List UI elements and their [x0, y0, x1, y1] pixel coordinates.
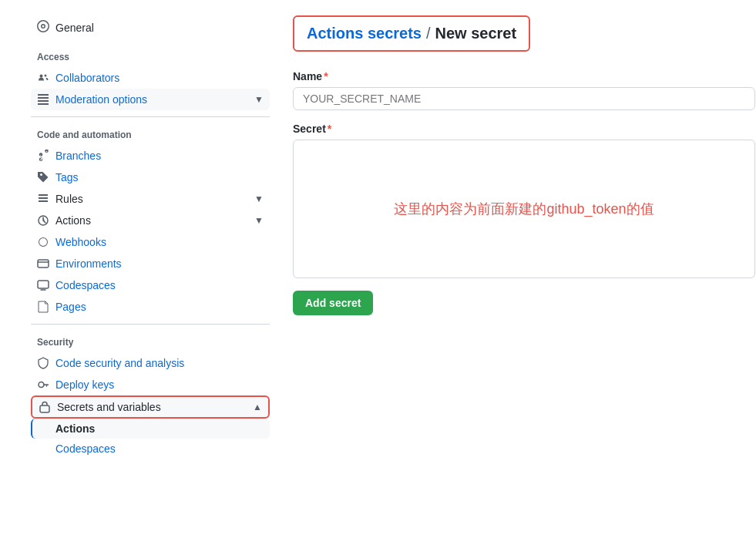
svg-rect-2 — [38, 281, 49, 288]
sidebar-general-label: General — [55, 22, 94, 34]
secret-label: Secret* — [293, 123, 755, 135]
sidebar-pages-label: Pages — [55, 301, 264, 313]
moderation-icon — [37, 93, 49, 106]
secret-icon — [39, 401, 51, 413]
moderation-chevron: ▼ — [254, 94, 264, 105]
sidebar-environments-label: Environments — [55, 257, 264, 270]
actions-chevron: ▼ — [254, 215, 264, 226]
sidebar-collaborators-label: Collaborators — [55, 72, 264, 84]
sidebar-subitem-actions-label: Actions — [55, 422, 95, 435]
sidebar-item-rules[interactable]: Rules ▼ — [31, 188, 270, 210]
sidebar-subitem-actions[interactable]: Actions — [31, 419, 270, 439]
breadcrumb-separator: / — [426, 25, 431, 42]
sidebar-item-deploy-keys[interactable]: Deploy keys — [31, 374, 270, 395]
webhook-icon — [37, 236, 49, 248]
secret-form-group: Secret* 这里的内容为前面新建的github_token的值 — [293, 123, 755, 278]
page-header: Actions secrets / New secret — [293, 15, 530, 52]
sidebar-moderation-label: Moderation options — [55, 93, 248, 106]
secret-hint-text: 这里的内容为前面新建的github_token的值 — [394, 200, 654, 218]
sidebar-item-branches[interactable]: Branches — [31, 145, 270, 167]
sidebar-item-general[interactable]: General — [31, 15, 270, 39]
sidebar-tags-label: Tags — [55, 171, 264, 183]
sidebar-section-security: Security — [31, 337, 270, 348]
pages-icon — [37, 301, 49, 313]
actions-icon — [37, 214, 49, 227]
people-icon — [37, 72, 49, 84]
branch-icon — [37, 150, 49, 162]
sidebar-item-codespaces[interactable]: Codespaces — [31, 274, 270, 296]
name-input[interactable] — [293, 87, 755, 110]
sidebar-actions-label: Actions — [55, 214, 248, 227]
gear-icon — [37, 20, 49, 35]
sidebar-item-code-security[interactable]: Code security and analysis — [31, 352, 270, 374]
sidebar-branches-label: Branches — [55, 150, 264, 162]
name-form-group: Name* — [293, 70, 755, 110]
divider-1 — [31, 116, 270, 117]
svg-rect-4 — [40, 405, 49, 412]
add-secret-button[interactable]: Add secret — [293, 291, 373, 315]
sidebar-item-actions[interactable]: Actions ▼ — [31, 210, 270, 231]
sidebar-secrets-label: Secrets and variables — [57, 401, 247, 413]
sidebar-deploy-keys-label: Deploy keys — [55, 379, 264, 391]
rules-icon — [37, 193, 49, 205]
secrets-chevron: ▲ — [253, 402, 262, 412]
sidebar-item-environments[interactable]: Environments — [31, 253, 270, 274]
secret-textarea-wrapper[interactable]: 这里的内容为前面新建的github_token的值 — [293, 140, 755, 278]
tag-icon — [37, 171, 49, 183]
sidebar-item-secrets[interactable]: Secrets and variables ▲ — [31, 395, 270, 419]
breadcrumb-link[interactable]: Actions secrets — [307, 25, 422, 42]
codespaces-icon — [37, 279, 49, 291]
sidebar-subitem-codespaces[interactable]: Codespaces — [31, 439, 270, 459]
divider-2 — [31, 324, 270, 325]
sidebar-section-code: Code and automation — [31, 130, 270, 140]
sidebar-item-collaborators[interactable]: Collaborators — [31, 67, 270, 89]
svg-rect-1 — [38, 260, 49, 268]
sidebar-item-moderation[interactable]: Moderation options ▼ — [31, 89, 270, 110]
rules-chevron: ▼ — [254, 193, 264, 204]
sidebar: General Access Collaborators Moderation … — [31, 15, 270, 520]
sidebar-item-pages[interactable]: Pages — [31, 296, 270, 318]
main-content: Actions secrets / New secret Name* Secre… — [293, 15, 755, 520]
breadcrumb-current: New secret — [435, 25, 517, 42]
sidebar-section-access: Access — [31, 52, 270, 62]
environments-icon — [37, 257, 49, 270]
sidebar-code-security-label: Code security and analysis — [55, 357, 264, 369]
security-icon — [37, 357, 49, 369]
sidebar-rules-label: Rules — [55, 193, 248, 205]
key-icon — [37, 379, 49, 391]
sidebar-webhooks-label: Webhooks — [55, 236, 264, 248]
name-label: Name* — [293, 70, 755, 82]
sidebar-codespaces-label: Codespaces — [55, 279, 264, 291]
sidebar-subitem-codespaces-label: Codespaces — [55, 442, 116, 455]
sidebar-item-webhooks[interactable]: Webhooks — [31, 231, 270, 253]
sidebar-item-tags[interactable]: Tags — [31, 167, 270, 188]
